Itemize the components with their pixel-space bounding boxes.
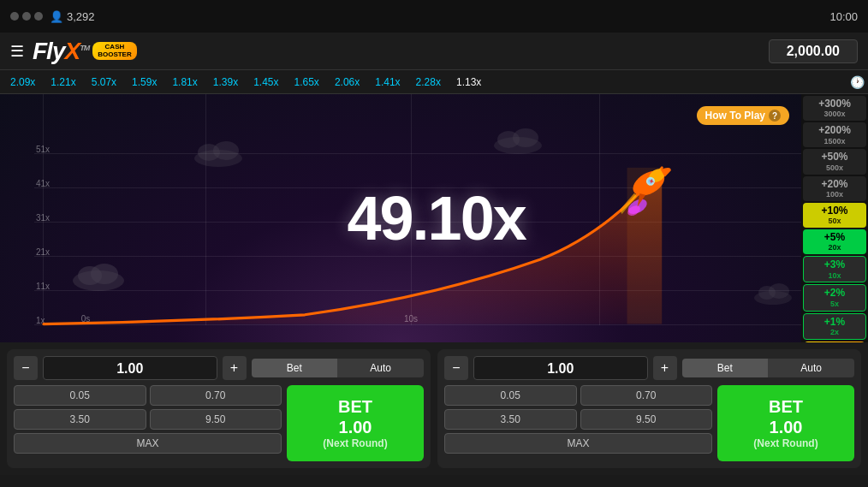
mult-10: 2.28x	[409, 74, 448, 90]
bet2-bottom: 0.05 0.70 3.50 9.50 MAX BET 1.00 (Next R…	[444, 385, 854, 461]
header: ☰ FlyXTM CASH BOOSTER 2,000.00	[0, 33, 868, 70]
mult-7: 1.65x	[288, 74, 326, 90]
bet1-button-label: BET	[338, 396, 372, 417]
cash-booster-badge: CASH BOOSTER	[92, 42, 137, 61]
boost-5[interactable]: +5% 20x	[803, 229, 866, 254]
mult-8: 2.06x	[328, 74, 366, 90]
bet2-quick-bets: 0.05 0.70 3.50 9.50	[444, 385, 712, 430]
how-to-play-label: How To Play	[705, 110, 765, 122]
boost-2[interactable]: +2% 5x	[803, 284, 866, 311]
bet-top-row-2: − 1.00 + Bet Auto	[444, 356, 854, 380]
bet1-minus[interactable]: −	[14, 356, 38, 380]
cloud-2	[188, 137, 248, 170]
bet2-button-amount: 1.00	[770, 417, 803, 437]
mult-3: 1.59x	[125, 74, 163, 90]
how-to-play-button[interactable]: How To Play	[697, 106, 789, 125]
boost-3-sub: 10x	[807, 271, 862, 281]
user-count: 3,292	[67, 10, 95, 23]
bet2-quick-0[interactable]: 0.05	[444, 385, 577, 406]
bet1-tab-auto[interactable]: Auto	[337, 359, 424, 377]
boost-3-pct: +3%	[807, 258, 862, 270]
boost-10[interactable]: +10% 50x	[803, 203, 866, 228]
boost-3[interactable]: +3% 10x	[803, 256, 866, 282]
bet1-quick-3[interactable]: 9.50	[150, 409, 282, 430]
bet2-max[interactable]: MAX	[444, 433, 712, 454]
bet2-button-label: BET	[769, 396, 803, 417]
dot-3	[34, 12, 43, 21]
boost-20-pct: +20%	[806, 178, 863, 190]
svg-point-3	[91, 264, 118, 284]
mult-2: 5.07x	[85, 74, 123, 90]
user-info: 👤 3,292	[50, 10, 95, 23]
boost-5-sub: 20x	[806, 243, 863, 252]
mult-9: 1.41x	[368, 74, 407, 90]
boost-50-pct: +50%	[806, 151, 863, 163]
game-canvas: 1x 11x 21x 31x 41x 51x 0s 10s	[0, 94, 801, 342]
bet1-tab-bet[interactable]: Bet	[252, 359, 338, 377]
bet1-button-amount: 1.00	[339, 417, 372, 437]
top-bar: 👤 3,292 10:00	[0, 0, 868, 33]
boost-10-pct: +10%	[806, 205, 863, 217]
right-panel: +300% 3000x +200% 1500x +50% 500x +20% 1…	[801, 94, 868, 342]
bet1-quick-2[interactable]: 3.50	[14, 409, 146, 430]
bet2-tab-auto[interactable]: Auto	[768, 359, 854, 377]
mult-4: 1.81x	[165, 74, 204, 90]
bet-panel-2: − 1.00 + Bet Auto 0.05 0.70 3.50 9.50 MA…	[437, 349, 861, 468]
boost-20-sub: 100x	[806, 190, 863, 199]
bet-panel-1: − 1.00 + Bet Auto 0.05 0.70 3.50 9.50 MA…	[7, 349, 431, 468]
cloud-3	[488, 124, 548, 157]
bet1-button-sub: (Next Round)	[323, 437, 387, 449]
boost-2-sub: 5x	[807, 300, 862, 309]
multiplier-bar: 2.09x 1.21x 5.07x 1.59x 1.81x 1.39x 1.45…	[0, 70, 868, 94]
dot-2	[22, 12, 31, 21]
boost-300-pct: +300%	[806, 98, 863, 110]
bet2-plus[interactable]: +	[653, 356, 677, 380]
game-area: 1x 11x 21x 31x 41x 51x 0s 10s	[0, 94, 868, 342]
clock: 10:00	[829, 10, 858, 23]
boost-1[interactable]: +1% 2x	[803, 313, 866, 340]
svg-point-6	[213, 141, 239, 160]
trademark: TM	[80, 43, 89, 51]
mult-5: 1.39x	[206, 74, 245, 90]
bet2-tab-bet[interactable]: Bet	[682, 359, 769, 377]
boost-5-pct: +5%	[806, 231, 863, 243]
user-icon: 👤	[50, 10, 63, 23]
bet2-quick-3[interactable]: 9.50	[580, 409, 713, 430]
boost-50[interactable]: +50% 500x	[803, 149, 866, 174]
bet1-quick-0[interactable]: 0.05	[14, 385, 146, 406]
rocket: ✕	[613, 163, 681, 218]
svg-point-12	[769, 283, 789, 299]
bet1-bottom: 0.05 0.70 3.50 9.50 MAX BET 1.00 (Next R…	[14, 385, 424, 461]
bet1-plus[interactable]: +	[223, 356, 247, 380]
cash-booster-logo: CASH BOOSTER	[803, 341, 866, 342]
bet2-left: 0.05 0.70 3.50 9.50 MAX	[444, 385, 712, 461]
boost-200[interactable]: +200% 1500x	[803, 122, 866, 147]
boost-10-sub: 50x	[806, 217, 863, 226]
bet2-quick-2[interactable]: 3.50	[444, 409, 577, 430]
bet2-quick-1[interactable]: 0.70	[580, 385, 713, 406]
cloud-4	[750, 279, 797, 308]
bet-top-row-1: − 1.00 + Bet Auto	[14, 356, 424, 380]
bet1-max[interactable]: MAX	[14, 433, 282, 454]
boost-200-pct: +200%	[806, 124, 863, 136]
mult-1: 1.21x	[44, 74, 82, 90]
bet2-button[interactable]: BET 1.00 (Next Round)	[717, 385, 854, 461]
history-icon[interactable]: 🕐	[850, 75, 865, 89]
bet2-tabs: Bet Auto	[682, 359, 855, 377]
big-multiplier: 49.10x	[348, 183, 526, 253]
bet1-quick-1[interactable]: 0.70	[150, 385, 282, 406]
boost-2-pct: +2%	[807, 287, 862, 299]
boost-1-pct: +1%	[807, 316, 862, 328]
top-bar-left: 👤 3,292	[10, 10, 95, 23]
mult-11: 1.13x	[449, 74, 488, 90]
boost-300-sub: 3000x	[806, 110, 863, 119]
boost-300[interactable]: +300% 3000x	[803, 96, 866, 121]
bet2-minus[interactable]: −	[444, 356, 468, 380]
balance-display: 2,000.00	[769, 39, 858, 63]
bet1-button[interactable]: BET 1.00 (Next Round)	[287, 385, 424, 461]
bet1-tabs: Bet Auto	[252, 359, 425, 377]
boost-20[interactable]: +20% 100x	[803, 176, 866, 201]
bet1-amount: 1.00	[43, 356, 217, 380]
menu-icon[interactable]: ☰	[10, 42, 24, 61]
logo-x: X	[64, 38, 80, 64]
